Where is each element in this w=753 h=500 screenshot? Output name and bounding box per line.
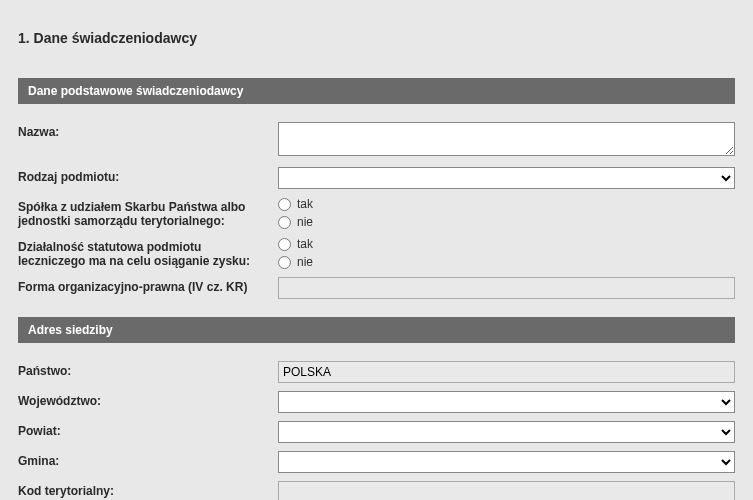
label-forma-org: Forma organizacyjno-prawna (IV cz. KR) [18,277,278,294]
section-header-basic: Dane podstawowe świadczeniodawcy [18,78,735,104]
row-panstwo: Państwo: [18,361,735,383]
radio-label-dzialalnosc-nie: nie [297,255,313,269]
radio-group-dzialalnosc: tak nie [278,237,735,269]
label-kod-teryt: Kod terytorialny: [18,481,278,498]
input-kod-teryt [278,481,735,500]
label-wojewodztwo: Województwo: [18,391,278,408]
control-panstwo [278,361,735,383]
row-nazwa: Nazwa: [18,122,735,159]
radio-label-spolka-tak: tak [297,197,313,211]
label-gmina: Gmina: [18,451,278,468]
select-powiat[interactable] [278,421,735,443]
radio-option-spolka-nie[interactable]: nie [278,215,735,229]
input-nazwa[interactable] [278,122,735,156]
radio-option-dzialalnosc-nie[interactable]: nie [278,255,735,269]
radio-dzialalnosc-nie[interactable] [278,256,291,269]
row-spolka-skarbu: Spółka z udziałem Skarbu Państwa albo je… [18,197,735,229]
radio-group-spolka-skarbu: tak nie [278,197,735,229]
radio-spolka-tak[interactable] [278,198,291,211]
row-wojewodztwo: Województwo: [18,391,735,413]
input-panstwo [278,361,735,383]
select-wojewodztwo[interactable] [278,391,735,413]
row-powiat: Powiat: [18,421,735,443]
row-gmina: Gmina: [18,451,735,473]
control-powiat [278,421,735,443]
radio-label-spolka-nie: nie [297,215,313,229]
label-powiat: Powiat: [18,421,278,438]
control-rodzaj-podmiotu [278,167,735,189]
label-rodzaj-podmiotu: Rodzaj podmiotu: [18,167,278,184]
control-gmina [278,451,735,473]
select-rodzaj-podmiotu[interactable] [278,167,735,189]
control-forma-org [278,277,735,299]
label-nazwa: Nazwa: [18,122,278,139]
row-rodzaj-podmiotu: Rodzaj podmiotu: [18,167,735,189]
radio-option-dzialalnosc-tak[interactable]: tak [278,237,735,251]
section-body-address: Państwo: Województwo: Powiat: Gmina: Kod [18,343,735,500]
radio-dzialalnosc-tak[interactable] [278,238,291,251]
label-panstwo: Państwo: [18,361,278,378]
input-forma-org [278,277,735,299]
label-dzialalnosc-statutowa: Działalność statutowa podmiotu lecznicze… [18,237,278,268]
row-kod-teryt: Kod terytorialny: [18,481,735,500]
control-nazwa [278,122,735,159]
section-body-basic: Nazwa: Rodzaj podmiotu: Spółka z udziałe… [18,104,735,311]
row-dzialalnosc-statutowa: Działalność statutowa podmiotu lecznicze… [18,237,735,269]
select-gmina[interactable] [278,451,735,473]
radio-option-spolka-tak[interactable]: tak [278,197,735,211]
control-kod-teryt [278,481,735,500]
radio-label-dzialalnosc-tak: tak [297,237,313,251]
row-forma-org: Forma organizacyjno-prawna (IV cz. KR) [18,277,735,299]
section-header-address: Adres siedziby [18,317,735,343]
radio-spolka-nie[interactable] [278,216,291,229]
form-page: 1. Dane świadczeniodawcy Dane podstawowe… [0,0,753,500]
page-title: 1. Dane świadczeniodawcy [18,30,735,46]
control-wojewodztwo [278,391,735,413]
label-spolka-skarbu: Spółka z udziałem Skarbu Państwa albo je… [18,197,278,228]
